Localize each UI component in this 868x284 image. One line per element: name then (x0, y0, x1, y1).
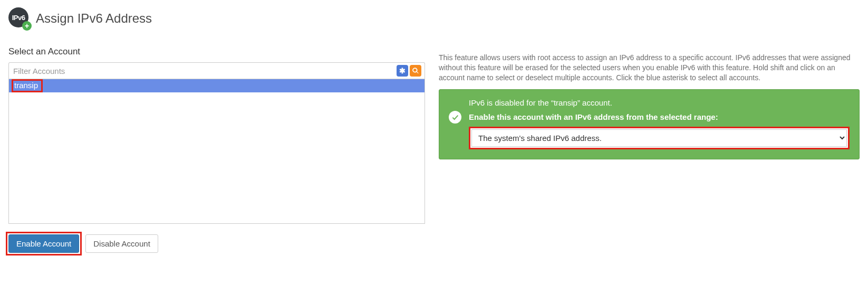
feature-help-text: This feature allows users with root acce… (439, 53, 860, 83)
account-item-label: transip (12, 79, 43, 92)
disable-account-button[interactable]: Disable Account (85, 234, 158, 253)
ipv6-status-text: IPv6 is disabled for the “transip” accou… (469, 98, 850, 107)
plus-badge-icon: + (22, 21, 32, 31)
select-account-label: Select an Account (8, 46, 425, 57)
account-item-transip[interactable]: transip (9, 79, 425, 92)
search-icon[interactable] (410, 65, 421, 77)
range-select-highlight: The system's shared IPv6 address. (469, 127, 850, 149)
filter-accounts-input[interactable] (12, 65, 395, 77)
ipv6-enable-prompt: Enable this account with an IPv6 address… (469, 112, 850, 121)
check-circle-icon (449, 111, 461, 124)
left-column: Select an Account ✱ transip Enable Accou… (8, 46, 425, 253)
enable-button-highlight: Enable Account (6, 232, 82, 255)
accounts-list[interactable]: transip (8, 79, 425, 224)
right-column: This feature allows users with root acce… (439, 46, 860, 159)
ipv6-range-select[interactable]: The system's shared IPv6 address. (471, 129, 847, 147)
page-title: Assign IPv6 Address (36, 11, 152, 26)
select-all-asterisk-icon[interactable]: ✱ (397, 65, 408, 77)
page-header: IPv6 + Assign IPv6 Address (8, 7, 860, 30)
enable-account-button[interactable]: Enable Account (8, 234, 79, 253)
ipv6-assign-icon: IPv6 + (8, 7, 31, 30)
filter-row: ✱ (8, 62, 425, 79)
ipv6-status-panel: IPv6 is disabled for the “transip” accou… (439, 89, 860, 159)
account-action-buttons: Enable Account Disable Account (8, 234, 425, 253)
